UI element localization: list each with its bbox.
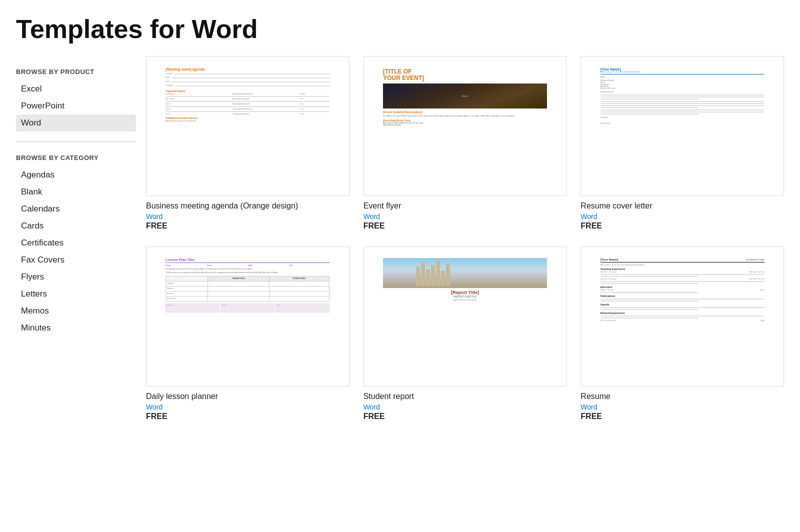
template-price-resume: FREE xyxy=(580,412,784,421)
template-thumbnail-event-flyer: [TITLE OFYOUR EVENT] photo [Event Subtit… xyxy=(364,56,567,196)
page-title: Templates for Word xyxy=(0,0,800,56)
sidebar-category-memos[interactable]: Memos xyxy=(16,302,136,320)
sidebar-category-agendas[interactable]: Agendas xyxy=(16,166,136,184)
template-product-resume: Word xyxy=(580,403,784,411)
template-product-cover-letter: Word xyxy=(580,212,784,220)
template-price-cover-letter: FREE xyxy=(580,222,784,230)
template-card-lesson-planner[interactable]: Lesson Plan Title Subject Teacher Grade … xyxy=(146,246,350,421)
template-name-lesson-planner: Daily lesson planner xyxy=(146,392,350,402)
template-thumbnail-lesson-planner: Lesson Plan Title Subject Teacher Grade … xyxy=(146,246,350,386)
template-card-agenda[interactable]: [Meeting name] agenda Location: Date: Ti… xyxy=(146,56,350,230)
template-name-resume: Resume xyxy=(580,392,784,402)
main-layout: BROWSE BY PRODUCT Excel PowerPoint Word … xyxy=(0,56,800,441)
template-name-cover-letter: Resume cover letter xyxy=(580,201,784,212)
sidebar-category-minutes[interactable]: Minutes xyxy=(16,320,136,336)
template-name-student-report: Student report xyxy=(364,392,567,402)
template-name-agenda: Business meeting agenda (Orange design) xyxy=(146,201,350,212)
template-card-resume[interactable]: [Your Name] Curriculum Vitae [Street add… xyxy=(580,246,784,421)
sidebar-product-excel[interactable]: Excel xyxy=(16,80,136,98)
sidebar-category-calendars[interactable]: Calendars xyxy=(16,200,136,218)
template-thumbnail-resume: [Your Name] Curriculum Vitae [Street add… xyxy=(580,246,784,386)
template-product-agenda: Word xyxy=(146,212,350,220)
template-thumbnail-cover-letter: [Your Name] [Address, City, ST ZIP Code]… xyxy=(580,56,784,196)
content-grid: [Meeting name] agenda Location: Date: Ti… xyxy=(146,56,784,441)
template-product-event-flyer: Word xyxy=(364,212,567,220)
template-product-lesson-planner: Word xyxy=(146,403,350,411)
template-card-student-report[interactable]: [Report Title] REPORT SUBTITLE [Name] | … xyxy=(364,246,567,421)
template-product-student-report: Word xyxy=(364,403,567,411)
sidebar-category-letters[interactable]: Letters xyxy=(16,286,136,302)
template-name-event-flyer: Event flyer xyxy=(364,201,567,212)
sidebar-category-flyers[interactable]: Flyers xyxy=(16,268,136,286)
sidebar-category-cards[interactable]: Cards xyxy=(16,218,136,234)
sidebar-product-word[interactable]: Word xyxy=(16,114,136,132)
template-thumbnail-student-report: [Report Title] REPORT SUBTITLE [Name] | … xyxy=(364,246,567,386)
template-price-lesson-planner: FREE xyxy=(146,412,350,421)
template-card-cover-letter[interactable]: [Your Name] [Address, City, ST ZIP Code]… xyxy=(580,56,784,230)
sidebar-category-blank[interactable]: Blank xyxy=(16,184,136,200)
sidebar-category-certificates[interactable]: Certificates xyxy=(16,234,136,252)
template-price-agenda: FREE xyxy=(146,222,350,230)
sidebar-category-fax-covers[interactable]: Fax Covers xyxy=(16,252,136,268)
sidebar-divider xyxy=(16,142,136,142)
template-card-event-flyer[interactable]: [TITLE OFYOUR EVENT] photo [Event Subtit… xyxy=(364,56,567,230)
template-thumbnail-agenda: [Meeting name] agenda Location: Date: Ti… xyxy=(146,56,350,196)
browse-by-category-label: BROWSE BY CATEGORY xyxy=(16,154,136,162)
sidebar: BROWSE BY PRODUCT Excel PowerPoint Word … xyxy=(16,56,146,441)
browse-by-product-label: BROWSE BY PRODUCT xyxy=(16,68,136,76)
sidebar-product-powerpoint[interactable]: PowerPoint xyxy=(16,98,136,114)
template-price-student-report: FREE xyxy=(364,412,567,421)
template-price-event-flyer: FREE xyxy=(364,222,567,230)
